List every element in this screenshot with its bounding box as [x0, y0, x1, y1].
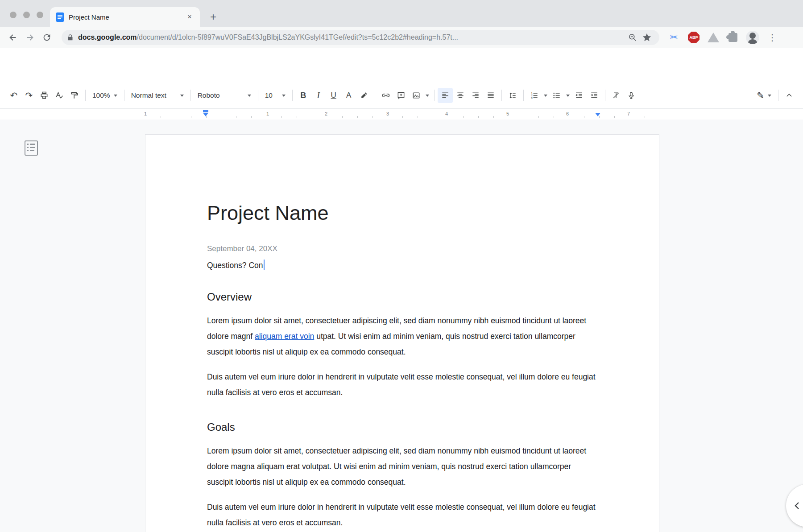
browser-toolbar: docs.google.com/document/d/1olcn-5f897wu…	[0, 27, 803, 48]
ruler-tick	[312, 116, 312, 118]
align-center-icon[interactable]	[453, 88, 468, 103]
url-bar[interactable]: docs.google.com/document/d/1olcn-5f897wu…	[62, 30, 659, 45]
ruler-number: 2	[325, 111, 327, 116]
chevron-down-icon[interactable]	[566, 95, 570, 97]
font-size-select[interactable]: 10	[261, 88, 289, 103]
window-zoom-button[interactable]	[37, 12, 43, 18]
ruler-tick	[418, 116, 418, 118]
section-heading-overview[interactable]: Overview	[207, 291, 597, 303]
text-run: Lorem ipsum dolor sit amet, consectetuer…	[207, 446, 586, 487]
left-indent-marker[interactable]	[203, 113, 208, 116]
ruler-number: 7	[627, 111, 630, 116]
docs-header: Project Name FileEditViewInsertFormatToo…	[0, 48, 803, 82]
paragraph[interactable]: Duis autem vel eum iriure dolor in hendr…	[207, 499, 597, 531]
bookmark-star-icon[interactable]	[640, 30, 654, 45]
doc-typing-line[interactable]: Questions? Con	[207, 260, 597, 270]
ruler-tick	[524, 116, 524, 118]
align-justify-icon[interactable]	[483, 88, 498, 103]
right-indent-marker[interactable]	[595, 113, 600, 116]
ruler-tick	[297, 116, 297, 118]
svg-text:3: 3	[531, 97, 532, 99]
line-spacing-icon[interactable]	[505, 88, 520, 103]
forward-icon[interactable]	[21, 29, 38, 46]
insert-link-icon[interactable]	[378, 88, 393, 103]
ruler-tick	[161, 116, 161, 118]
browser-profile-avatar[interactable]	[745, 30, 760, 45]
ruler-number: 1	[266, 111, 269, 116]
collapse-toolbar-icon[interactable]	[782, 88, 797, 103]
clear-formatting-icon[interactable]	[608, 88, 624, 103]
document-page[interactable]: Project Name September 04, 20XX Question…	[145, 134, 659, 532]
adblock-badge: ABP	[688, 32, 700, 43]
numbered-list-icon[interactable]: 123	[527, 88, 542, 103]
insert-image-icon[interactable]	[409, 88, 424, 103]
align-left-icon[interactable]	[438, 88, 453, 103]
paint-format-icon[interactable]	[67, 88, 82, 103]
chevron-down-icon[interactable]	[544, 95, 547, 97]
add-comment-icon[interactable]	[393, 88, 409, 103]
paragraph[interactable]: Duis autem vel eum iriure dolor in hendr…	[207, 369, 597, 400]
adblock-extension-icon[interactable]: ABP	[686, 30, 701, 45]
chevron-down-icon	[114, 95, 117, 97]
side-panel-toggle-button[interactable]	[786, 484, 803, 527]
editing-mode-select[interactable]: ✎	[753, 88, 775, 103]
url-text: docs.google.com/document/d/1olcn-5f897wu…	[78, 33, 625, 41]
browser-tab[interactable]: Project Name ×	[50, 7, 200, 27]
voice-typing-icon[interactable]	[624, 88, 639, 103]
lock-icon	[67, 33, 74, 41]
goals-paragraphs: Lorem ipsum dolor sit amet, consectetuer…	[207, 443, 597, 531]
document-ruler[interactable]: 11234567	[0, 109, 803, 120]
text-link[interactable]: aliquam erat voin	[255, 332, 314, 341]
back-icon[interactable]	[4, 29, 21, 46]
underline-icon[interactable]: U	[326, 88, 341, 103]
reload-icon[interactable]	[38, 29, 55, 46]
scissors-extension-icon[interactable]: ✂	[666, 30, 682, 45]
browser-menu-icon[interactable]: ⋮	[765, 30, 780, 45]
font-family-select[interactable]: Roboto	[194, 88, 255, 103]
print-icon[interactable]	[37, 88, 52, 103]
zoom-icon[interactable]	[625, 30, 640, 45]
tab-close-icon[interactable]: ×	[186, 12, 194, 21]
chevron-down-icon	[248, 95, 251, 97]
align-right-icon[interactable]	[468, 88, 483, 103]
url-path: /document/d/1olcn-5f897wuV0FSaE43JgBlbjL…	[137, 33, 458, 41]
decrease-indent-icon[interactable]	[571, 88, 587, 103]
section-heading-goals[interactable]: Goals	[207, 421, 597, 433]
new-tab-button[interactable]: +	[206, 10, 220, 24]
ruler-tick	[584, 116, 584, 118]
increase-indent-icon[interactable]	[587, 88, 602, 103]
font-value: Roboto	[198, 91, 220, 99]
bold-icon[interactable]: B	[296, 88, 311, 103]
text-color-icon[interactable]: A	[341, 88, 356, 103]
spellcheck-icon[interactable]	[52, 88, 67, 103]
undo-icon[interactable]: ↶	[6, 88, 21, 103]
chevron-left-icon	[792, 500, 803, 511]
drive-extension-icon[interactable]	[706, 30, 721, 45]
doc-title[interactable]: Project Name	[207, 202, 597, 225]
show-outline-icon[interactable]	[25, 140, 38, 156]
window-minimize-button[interactable]	[23, 12, 30, 18]
doc-date[interactable]: September 04, 20XX	[207, 244, 597, 253]
redo-icon[interactable]: ↷	[21, 88, 37, 103]
chevron-down-icon[interactable]	[426, 95, 429, 97]
paragraph[interactable]: Lorem ipsum dolor sit amet, consectetuer…	[207, 443, 597, 490]
first-line-indent-marker[interactable]	[203, 110, 208, 112]
highlight-color-icon[interactable]	[356, 88, 372, 103]
docs-favicon-icon	[56, 12, 64, 22]
italic-icon[interactable]: I	[311, 88, 326, 103]
ruler-tick	[478, 116, 479, 118]
ruler-number: 5	[506, 111, 509, 116]
chevron-down-icon	[180, 95, 184, 97]
zoom-select[interactable]: 100%	[89, 88, 121, 103]
bulleted-list-icon[interactable]	[549, 88, 564, 103]
text-run: Duis autem vel eum iriure dolor in hendr…	[207, 372, 596, 397]
window-close-button[interactable]	[10, 12, 17, 18]
google-docs-window: Project Name × + docs.google.com/documen…	[0, 0, 803, 532]
zoom-value: 100%	[92, 91, 110, 99]
paragraph[interactable]: Lorem ipsum dolor sit amet, consectetuer…	[207, 313, 597, 360]
font-size-value: 10	[265, 91, 273, 99]
ruler-tick	[372, 116, 373, 118]
paragraph-style-select[interactable]: Normal text	[128, 88, 187, 103]
puzzle-extension-icon[interactable]	[725, 30, 741, 45]
ruler-tick	[357, 116, 358, 118]
